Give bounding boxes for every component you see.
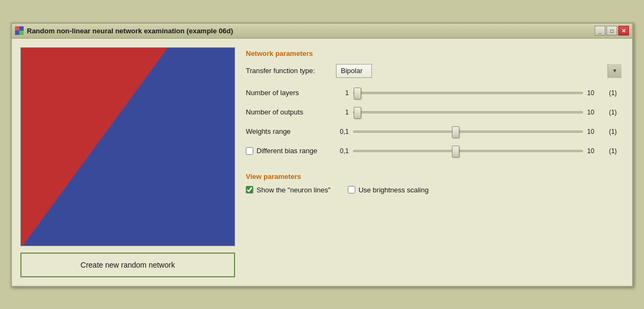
transfer-function-select[interactable]: Bipolar Unipolar Linear [336, 64, 372, 78]
network-params-title: Network parameters [246, 49, 621, 58]
layers-row: Number of layers 1 10 (1) [246, 84, 621, 102]
layers-slider-wrapper [353, 92, 583, 94]
transfer-function-select-wrapper: Bipolar Unipolar Linear ▼ [336, 64, 621, 78]
svg-rect-2 [15, 31, 19, 35]
close-button[interactable]: ✕ [618, 26, 629, 35]
outputs-min: 1 [336, 109, 349, 116]
outputs-slider-wrapper [353, 111, 583, 113]
select-arrow-icon: ▼ [608, 64, 621, 78]
bias-slider-wrapper [353, 150, 583, 152]
outputs-max: 10 [587, 109, 600, 116]
neuron-lines-label: Show the "neuron lines" [257, 186, 331, 194]
window-title: Random non-linear neural network examina… [27, 27, 233, 35]
outputs-row: Number of outputs 1 10 (1) [246, 104, 621, 121]
weights-slider-container [353, 124, 583, 139]
bias-slider[interactable] [353, 146, 583, 156]
brightness-scaling-group: Use brightness scaling [348, 186, 429, 194]
minimize-button[interactable]: _ [595, 26, 605, 35]
transfer-function-row: Transfer function type: Bipolar Unipolar… [246, 64, 621, 78]
left-panel: Create new random network [20, 47, 235, 277]
svg-rect-0 [15, 26, 19, 31]
view-params-title: View parameters [246, 173, 621, 181]
main-content: Create new random network Network parame… [12, 39, 632, 286]
outputs-slider-container [353, 105, 583, 120]
weights-max: 10 [587, 128, 600, 135]
weights-row: Weights range 0,1 10 (1) [246, 123, 621, 140]
bias-min: 0,1 [336, 147, 349, 155]
brightness-scaling-label: Use brightness scaling [358, 186, 429, 194]
layers-slider-container [353, 85, 583, 100]
bias-value: (1) [604, 147, 621, 155]
svg-rect-3 [19, 31, 24, 35]
neuron-lines-checkbox[interactable] [246, 186, 253, 193]
bias-checkbox[interactable] [246, 147, 253, 155]
create-network-button[interactable]: Create new random network [20, 253, 235, 277]
layers-label: Number of layers [246, 89, 332, 97]
main-window: Random non-linear neural network examina… [11, 23, 633, 287]
bias-label: Different bias range [257, 147, 317, 155]
right-panel: Network parameters Transfer function typ… [246, 47, 621, 277]
layers-min: 1 [336, 89, 349, 97]
network-visualization [20, 47, 235, 246]
svg-rect-1 [19, 26, 24, 31]
layers-slider[interactable] [353, 88, 583, 98]
titlebar-buttons: _ □ ✕ [595, 26, 629, 35]
brightness-scaling-checkbox[interactable] [348, 186, 355, 193]
app-icon [15, 26, 24, 35]
weights-label: Weights range [246, 127, 332, 135]
outputs-label: Number of outputs [246, 108, 332, 116]
bias-max: 10 [587, 147, 600, 155]
view-params-row: Show the "neuron lines" Use brightness s… [246, 186, 621, 194]
neuron-lines-group: Show the "neuron lines" [246, 186, 331, 194]
weights-value: (1) [604, 128, 621, 135]
titlebar: Random non-linear neural network examina… [12, 24, 632, 39]
transfer-function-label: Transfer function type: [246, 67, 332, 75]
network-parameters-section: Network parameters Transfer function typ… [246, 49, 621, 160]
bias-checkbox-group: Different bias range [246, 147, 332, 155]
outputs-slider[interactable] [353, 107, 583, 118]
network-canvas [21, 48, 235, 246]
weights-slider-wrapper [353, 131, 583, 133]
bias-row: Different bias range 0,1 10 (1) [246, 142, 621, 160]
layers-max: 10 [587, 89, 600, 97]
bias-slider-container [353, 143, 583, 159]
view-parameters-section: View parameters Show the "neuron lines" … [246, 173, 621, 194]
titlebar-left: Random non-linear neural network examina… [15, 26, 233, 35]
weights-min: 0,1 [336, 128, 349, 135]
weights-slider[interactable] [353, 126, 583, 137]
layers-value: (1) [604, 89, 621, 97]
outputs-value: (1) [604, 109, 621, 116]
maximize-button[interactable]: □ [606, 26, 617, 35]
